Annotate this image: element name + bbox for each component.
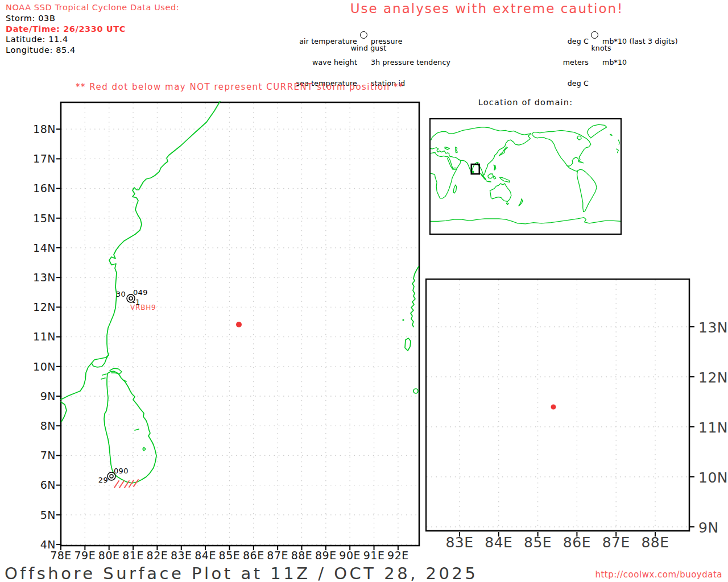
main-map-lat-label: 5N: [27, 509, 56, 521]
red-dot-warning: ** Red dot below may NOT represent CURRE…: [76, 82, 383, 92]
detail-inset-lat-label: 13N: [698, 319, 728, 336]
offshore-surface-plot-page: NOAA SSD Tropical Cyclone Data Used: Sto…: [0, 0, 728, 582]
units-mb10-last3: mb*10 (last 3 digits): [602, 38, 727, 45]
main-map-ticks: [56, 129, 398, 550]
storm-datetime-line: Date/Time: 26/2330 UTC: [6, 24, 179, 35]
units-mb10: mb*10: [602, 59, 727, 66]
detail-inset-lon-label: 87E: [595, 534, 637, 551]
detail-inset-lon-label: 88E: [634, 534, 676, 551]
detail-inset-lat-label: 10N: [698, 469, 728, 486]
noaa-source-line: NOAA SSD Tropical Cyclone Data Used:: [6, 2, 179, 13]
detail-inset-map: [425, 278, 697, 541]
storm-latitude-line: Latitude: 11.4: [6, 34, 179, 45]
storm-id-line: Storm: 03B: [6, 13, 179, 24]
main-map-lon-label: 92E: [383, 549, 413, 562]
units-knots: knots: [576, 45, 627, 52]
units-legend-left: deg C meters deg C: [532, 24, 589, 101]
station2-pressure: 090: [114, 467, 129, 475]
world-coastlines: [430, 124, 621, 224]
units-meters: meters: [532, 59, 589, 66]
storm-position-dot-inset: [551, 405, 556, 410]
coastline-andaman-islands: [402, 267, 419, 393]
main-map-lat-label: 13N: [27, 271, 56, 284]
station-model-vrbh9: 30049-1VRBH9: [116, 288, 156, 311]
main-map-lat-label: 10N: [27, 360, 56, 373]
world-inset-border: [430, 119, 621, 234]
caution-headline: Use analyses with extreme caution!: [333, 1, 640, 16]
vrbh9-air-temp: 30: [116, 290, 126, 298]
vrbh9-pressure: 049: [133, 288, 148, 297]
main-map-lat-label: 15N: [27, 212, 56, 225]
detail-inset-lon-label: 84E: [478, 534, 520, 551]
source-url-link[interactable]: http://coolwx.com/buoydata: [568, 569, 722, 580]
detail-inset-lon-label: 86E: [556, 534, 598, 551]
main-map-lat-label: 8N: [27, 419, 56, 432]
main-map-lat-label: 17N: [27, 152, 56, 165]
detail-inset-lat-label: 12N: [698, 369, 728, 386]
detail-inset-border: [426, 279, 689, 531]
storm-longitude-line: Longitude: 85.4: [6, 45, 179, 56]
domain-world-map: [429, 118, 622, 235]
detail-inset-ticks: [460, 327, 694, 537]
detail-inset-lon-label: 85E: [517, 534, 559, 551]
main-map-lat-label: 6N: [27, 479, 56, 491]
station-model-circle-icon: [360, 31, 367, 39]
main-map-lat-label: 14N: [27, 242, 56, 254]
vrbh9-station-id: VRBH9: [130, 304, 156, 311]
main-map-lat-label: 18N: [27, 123, 56, 135]
units-deg-c-1: deg C: [532, 38, 589, 45]
storm-position-dot: [236, 322, 242, 327]
main-map-lat-label: 7N: [27, 449, 56, 462]
legend-wave-height: wave height: [238, 59, 357, 66]
units-deg-c-2: deg C: [532, 80, 589, 87]
detail-inset-lat-label: 11N: [698, 419, 728, 436]
legend-wind-gust: wind gust: [340, 45, 397, 52]
units-legend-right: mb*10 (last 3 digits) mb*10: [602, 24, 727, 80]
detail-inset-lon-label: 83E: [439, 534, 481, 551]
plot-title: Offshore Surface Plot at 11Z / OCT 28, 2…: [5, 564, 478, 582]
detail-inset-lat-label: 9N: [698, 519, 728, 536]
detail-inset-grid: [427, 280, 688, 530]
legend-pressure-tendency: 3h pressure tendency: [371, 59, 485, 66]
units-model-circle-icon: [591, 31, 598, 39]
legend-pressure: pressure: [371, 38, 485, 45]
legend-air-temperature: air temperature: [238, 38, 357, 45]
main-map-lat-label: 11N: [27, 330, 56, 343]
station2-air-temp: 29: [98, 476, 108, 484]
main-map-lat-label: 12N: [27, 301, 56, 313]
storm-header: NOAA SSD Tropical Cyclone Data Used: Sto…: [6, 2, 179, 56]
main-map-lat-label: 9N: [27, 390, 56, 402]
red-hatch-marks: [114, 480, 138, 488]
main-map-lat-label: 16N: [27, 182, 56, 194]
main-map: 30049-1VRBH929090: [54, 101, 424, 556]
domain-inset-title: Location of domain:: [429, 98, 622, 107]
